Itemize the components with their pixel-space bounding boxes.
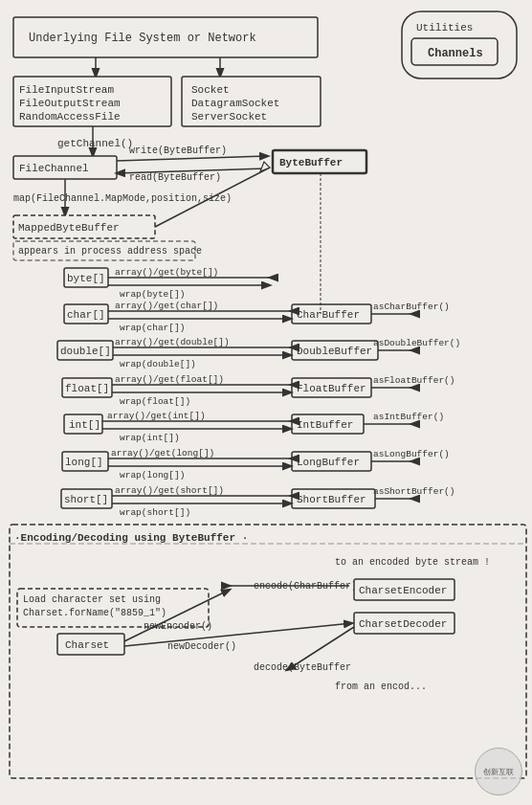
svg-text:wrap(int[]): wrap(int[]) <box>120 433 180 443</box>
watermark: 创新互联 <box>475 748 522 795</box>
svg-text:FloatBuffer: FloatBuffer <box>297 383 366 394</box>
svg-text:LongBuffer: LongBuffer <box>297 457 360 468</box>
svg-text:ByteBuffer: ByteBuffer <box>279 157 343 168</box>
svg-text:CharsetEncoder: CharsetEncoder <box>359 585 447 596</box>
svg-text:FileChannel: FileChannel <box>19 163 89 174</box>
svg-text:asFloatBuffer(): asFloatBuffer() <box>373 375 455 386</box>
svg-text:wrap(char[]): wrap(char[]) <box>120 323 185 333</box>
svg-text:asCharBuffer(): asCharBuffer() <box>373 302 450 312</box>
svg-text:Utilities: Utilities <box>416 22 473 34</box>
svg-text:DoubleBuffer: DoubleBuffer <box>297 346 372 357</box>
svg-text:int[]: int[] <box>69 419 100 431</box>
svg-text:array()/get(byte[]): array()/get(byte[]) <box>115 267 218 278</box>
svg-text:Channels: Channels <box>428 47 483 60</box>
svg-text:Socket: Socket <box>191 84 230 96</box>
diagram-container: Utilities Channels Underlying File Syste… <box>0 0 532 805</box>
svg-text:asIntBuffer(): asIntBuffer() <box>373 412 444 422</box>
svg-text:·Encoding/Decoding using ByteB: ·Encoding/Decoding using ByteBuffer · <box>14 532 248 544</box>
svg-text:byte[]: byte[] <box>67 273 105 284</box>
svg-text:ServerSocket: ServerSocket <box>191 111 267 123</box>
svg-text:Underlying File System or Netw: Underlying File System or Network <box>29 32 256 45</box>
svg-text:Charset.forName("8859_1"): Charset.forName("8859_1") <box>23 608 166 618</box>
svg-text:char[]: char[] <box>67 309 105 321</box>
svg-text:double[]: double[] <box>60 346 111 357</box>
svg-text:getChannel(): getChannel() <box>57 138 133 149</box>
svg-text:array()/get(double[]): array()/get(double[]) <box>115 337 230 347</box>
svg-text:IntBuffer: IntBuffer <box>297 419 353 431</box>
svg-text:RandomAccessFile: RandomAccessFile <box>19 111 121 123</box>
svg-text:Load character set using: Load character set using <box>23 594 161 605</box>
svg-text:wrap(byte[]): wrap(byte[]) <box>120 289 185 300</box>
svg-text:wrap(short[]): wrap(short[]) <box>120 507 190 518</box>
svg-text:write(ByteBuffer): write(ByteBuffer) <box>129 145 227 156</box>
svg-text:CharBuffer: CharBuffer <box>297 309 360 321</box>
svg-text:float[]: float[] <box>65 383 109 394</box>
svg-text:asLongBuffer(): asLongBuffer() <box>373 449 450 459</box>
svg-text:array()/get(int[]): array()/get(int[]) <box>107 411 206 421</box>
svg-text:array()/get(long[]): array()/get(long[]) <box>111 448 214 458</box>
svg-text:wrap(long[]): wrap(long[]) <box>120 470 185 481</box>
svg-text:array()/get(float[]): array()/get(float[]) <box>115 374 224 385</box>
svg-text:FileOutputStream: FileOutputStream <box>19 98 121 109</box>
svg-text:wrap(float[]): wrap(float[]) <box>120 396 190 407</box>
svg-text:Charset: Charset <box>65 639 109 651</box>
svg-text:read(ByteBuffer): read(ByteBuffer) <box>129 172 221 183</box>
svg-text:appears in process address spa: appears in process address space <box>18 246 202 257</box>
svg-text:CharsetDecoder: CharsetDecoder <box>359 618 447 630</box>
svg-text:MappedByteBuffer: MappedByteBuffer <box>18 222 120 234</box>
svg-text:decode(ByteBuffer: decode(ByteBuffer <box>254 662 351 673</box>
svg-text:array()/get(short[]): array()/get(short[]) <box>115 485 224 496</box>
svg-text:long[]: long[] <box>65 457 103 468</box>
svg-text:DatagramSocket: DatagramSocket <box>191 98 279 109</box>
svg-text:from an encod...: from an encod... <box>335 682 427 692</box>
svg-text:wrap(double[]): wrap(double[]) <box>120 359 196 369</box>
svg-text:newEncoder(): newEncoder() <box>144 621 212 632</box>
svg-text:asDoubleBuffer(): asDoubleBuffer() <box>373 338 460 348</box>
svg-text:ShortBuffer: ShortBuffer <box>297 494 366 505</box>
svg-text:array()/get(char[]): array()/get(char[]) <box>115 301 218 311</box>
svg-text:newDecoder(): newDecoder() <box>167 641 236 652</box>
svg-text:short[]: short[] <box>64 494 108 505</box>
svg-text:to an encoded byte stream !: to an encoded byte stream ! <box>335 557 490 568</box>
svg-text:map(FileChannel.MapMode,positi: map(FileChannel.MapMode,position,size) <box>13 193 232 204</box>
svg-text:FileInputStream: FileInputStream <box>19 84 114 96</box>
svg-text:asShortBuffer(): asShortBuffer() <box>373 486 455 497</box>
